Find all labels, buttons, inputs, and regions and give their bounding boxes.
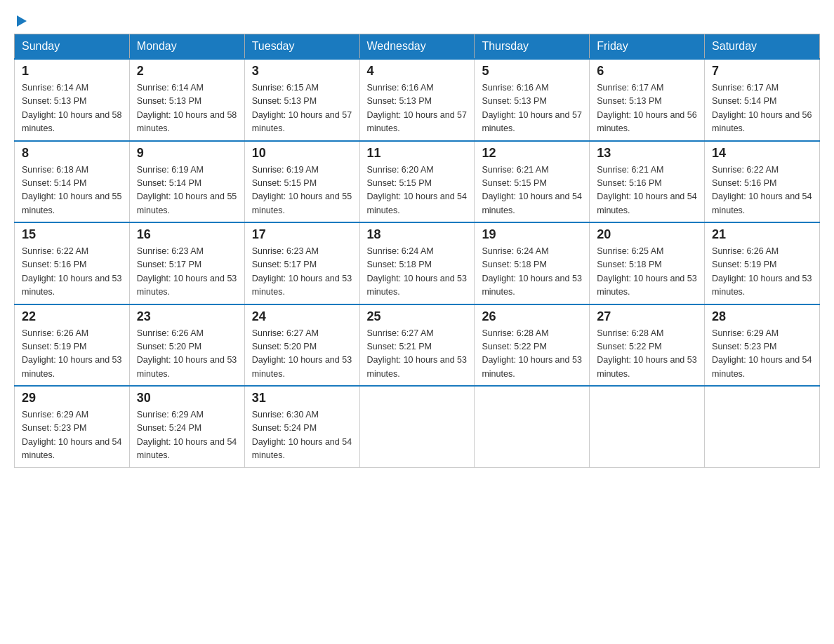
day-number: 15: [22, 227, 122, 242]
calendar-cell: 26Sunrise: 6:28 AMSunset: 5:22 PMDayligh…: [475, 304, 590, 387]
calendar-cell: 8Sunrise: 6:18 AMSunset: 5:14 PMDaylight…: [15, 141, 130, 223]
calendar-cell: 11Sunrise: 6:20 AMSunset: 5:15 PMDayligh…: [359, 141, 475, 223]
day-number: 10: [252, 146, 352, 161]
calendar-cell: 12Sunrise: 6:21 AMSunset: 5:15 PMDayligh…: [475, 141, 590, 223]
day-info: Sunrise: 6:16 AMSunset: 5:13 PMDaylight:…: [482, 81, 582, 136]
day-info: Sunrise: 6:19 AMSunset: 5:15 PMDaylight:…: [252, 163, 352, 218]
day-info: Sunrise: 6:27 AMSunset: 5:21 PMDaylight:…: [367, 327, 468, 382]
day-info: Sunrise: 6:29 AMSunset: 5:23 PMDaylight:…: [22, 408, 122, 463]
calendar-cell: [475, 386, 590, 467]
day-number: 16: [137, 227, 237, 242]
calendar-cell: 16Sunrise: 6:23 AMSunset: 5:17 PMDayligh…: [129, 222, 244, 304]
day-number: 3: [252, 64, 352, 79]
day-info: Sunrise: 6:24 AMSunset: 5:18 PMDaylight:…: [367, 245, 468, 300]
calendar-cell: 18Sunrise: 6:24 AMSunset: 5:18 PMDayligh…: [359, 222, 475, 304]
day-info: Sunrise: 6:27 AMSunset: 5:20 PMDaylight:…: [252, 327, 352, 382]
day-info: Sunrise: 6:21 AMSunset: 5:16 PMDaylight:…: [597, 163, 697, 218]
day-info: Sunrise: 6:30 AMSunset: 5:24 PMDaylight:…: [252, 408, 352, 463]
day-number: 6: [597, 64, 697, 79]
calendar-week-row: 29Sunrise: 6:29 AMSunset: 5:23 PMDayligh…: [15, 386, 820, 467]
day-number: 30: [137, 391, 237, 405]
day-info: Sunrise: 6:15 AMSunset: 5:13 PMDaylight:…: [252, 81, 352, 136]
day-info: Sunrise: 6:16 AMSunset: 5:13 PMDaylight:…: [367, 81, 468, 136]
page-header: [14, 14, 820, 27]
day-number: 7: [712, 64, 812, 79]
day-number: 4: [367, 64, 468, 79]
day-info: Sunrise: 6:29 AMSunset: 5:24 PMDaylight:…: [137, 408, 237, 463]
day-info: Sunrise: 6:28 AMSunset: 5:22 PMDaylight:…: [482, 327, 582, 382]
day-number: 11: [367, 146, 468, 161]
day-info: Sunrise: 6:23 AMSunset: 5:17 PMDaylight:…: [252, 245, 352, 300]
calendar-cell: 30Sunrise: 6:29 AMSunset: 5:24 PMDayligh…: [129, 386, 244, 467]
day-number: 28: [712, 309, 812, 324]
calendar-cell: 21Sunrise: 6:26 AMSunset: 5:19 PMDayligh…: [705, 222, 820, 304]
day-info: Sunrise: 6:17 AMSunset: 5:13 PMDaylight:…: [597, 81, 697, 136]
day-number: 19: [482, 227, 582, 242]
day-number: 12: [482, 146, 582, 161]
day-number: 26: [482, 309, 582, 324]
day-number: 23: [137, 309, 237, 324]
day-number: 31: [252, 391, 352, 405]
day-info: Sunrise: 6:25 AMSunset: 5:18 PMDaylight:…: [597, 245, 697, 300]
day-info: Sunrise: 6:26 AMSunset: 5:20 PMDaylight:…: [137, 327, 237, 382]
day-of-week-tuesday: Tuesday: [244, 34, 359, 60]
day-info: Sunrise: 6:26 AMSunset: 5:19 PMDaylight:…: [22, 327, 122, 382]
calendar-cell: 7Sunrise: 6:17 AMSunset: 5:14 PMDaylight…: [705, 59, 820, 141]
day-number: 24: [252, 309, 352, 324]
day-info: Sunrise: 6:20 AMSunset: 5:15 PMDaylight:…: [367, 163, 468, 218]
day-number: 9: [137, 146, 237, 161]
calendar-cell: 22Sunrise: 6:26 AMSunset: 5:19 PMDayligh…: [15, 304, 130, 387]
day-number: 20: [597, 227, 697, 242]
calendar-cell: 29Sunrise: 6:29 AMSunset: 5:23 PMDayligh…: [15, 386, 130, 467]
calendar-cell: 31Sunrise: 6:30 AMSunset: 5:24 PMDayligh…: [244, 386, 359, 467]
calendar-cell: 1Sunrise: 6:14 AMSunset: 5:13 PMDaylight…: [15, 59, 130, 141]
day-of-week-saturday: Saturday: [705, 34, 820, 60]
calendar-week-row: 22Sunrise: 6:26 AMSunset: 5:19 PMDayligh…: [15, 304, 820, 387]
calendar-cell: 5Sunrise: 6:16 AMSunset: 5:13 PMDaylight…: [475, 59, 590, 141]
day-info: Sunrise: 6:14 AMSunset: 5:13 PMDaylight:…: [137, 81, 237, 136]
day-number: 29: [22, 391, 122, 405]
calendar-week-row: 15Sunrise: 6:22 AMSunset: 5:16 PMDayligh…: [15, 222, 820, 304]
day-info: Sunrise: 6:18 AMSunset: 5:14 PMDaylight:…: [22, 163, 122, 218]
calendar-cell: 23Sunrise: 6:26 AMSunset: 5:20 PMDayligh…: [129, 304, 244, 387]
calendar-cell: [590, 386, 705, 467]
day-number: 14: [712, 146, 812, 161]
calendar-cell: 15Sunrise: 6:22 AMSunset: 5:16 PMDayligh…: [15, 222, 130, 304]
day-number: 1: [22, 64, 122, 79]
calendar-cell: 3Sunrise: 6:15 AMSunset: 5:13 PMDaylight…: [244, 59, 359, 141]
day-info: Sunrise: 6:22 AMSunset: 5:16 PMDaylight:…: [712, 163, 812, 218]
day-number: 25: [367, 309, 468, 324]
calendar-table: SundayMondayTuesdayWednesdayThursdayFrid…: [14, 34, 820, 468]
calendar-cell: 20Sunrise: 6:25 AMSunset: 5:18 PMDayligh…: [590, 222, 705, 304]
calendar-cell: [359, 386, 475, 467]
calendar-cell: 10Sunrise: 6:19 AMSunset: 5:15 PMDayligh…: [244, 141, 359, 223]
calendar-cell: 13Sunrise: 6:21 AMSunset: 5:16 PMDayligh…: [590, 141, 705, 223]
day-info: Sunrise: 6:17 AMSunset: 5:14 PMDaylight:…: [712, 81, 812, 136]
logo: [14, 14, 27, 27]
calendar-cell: 24Sunrise: 6:27 AMSunset: 5:20 PMDayligh…: [244, 304, 359, 387]
day-number: 18: [367, 227, 468, 242]
calendar-week-row: 1Sunrise: 6:14 AMSunset: 5:13 PMDaylight…: [15, 59, 820, 141]
day-number: 5: [482, 64, 582, 79]
day-of-week-sunday: Sunday: [15, 34, 130, 60]
day-info: Sunrise: 6:14 AMSunset: 5:13 PMDaylight:…: [22, 81, 122, 136]
day-number: 13: [597, 146, 697, 161]
day-info: Sunrise: 6:21 AMSunset: 5:15 PMDaylight:…: [482, 163, 582, 218]
day-number: 21: [712, 227, 812, 242]
day-number: 2: [137, 64, 237, 79]
day-info: Sunrise: 6:24 AMSunset: 5:18 PMDaylight:…: [482, 245, 582, 300]
calendar-cell: 28Sunrise: 6:29 AMSunset: 5:23 PMDayligh…: [705, 304, 820, 387]
calendar-cell: 17Sunrise: 6:23 AMSunset: 5:17 PMDayligh…: [244, 222, 359, 304]
day-number: 27: [597, 309, 697, 324]
day-of-week-monday: Monday: [129, 34, 244, 60]
calendar-cell: 27Sunrise: 6:28 AMSunset: 5:22 PMDayligh…: [590, 304, 705, 387]
day-of-week-friday: Friday: [590, 34, 705, 60]
day-info: Sunrise: 6:22 AMSunset: 5:16 PMDaylight:…: [22, 245, 122, 300]
day-of-week-thursday: Thursday: [475, 34, 590, 60]
day-info: Sunrise: 6:29 AMSunset: 5:23 PMDaylight:…: [712, 327, 812, 382]
calendar-cell: 4Sunrise: 6:16 AMSunset: 5:13 PMDaylight…: [359, 59, 475, 141]
calendar-cell: [705, 386, 820, 467]
day-of-week-wednesday: Wednesday: [359, 34, 475, 60]
day-info: Sunrise: 6:26 AMSunset: 5:19 PMDaylight:…: [712, 245, 812, 300]
calendar-cell: 6Sunrise: 6:17 AMSunset: 5:13 PMDaylight…: [590, 59, 705, 141]
